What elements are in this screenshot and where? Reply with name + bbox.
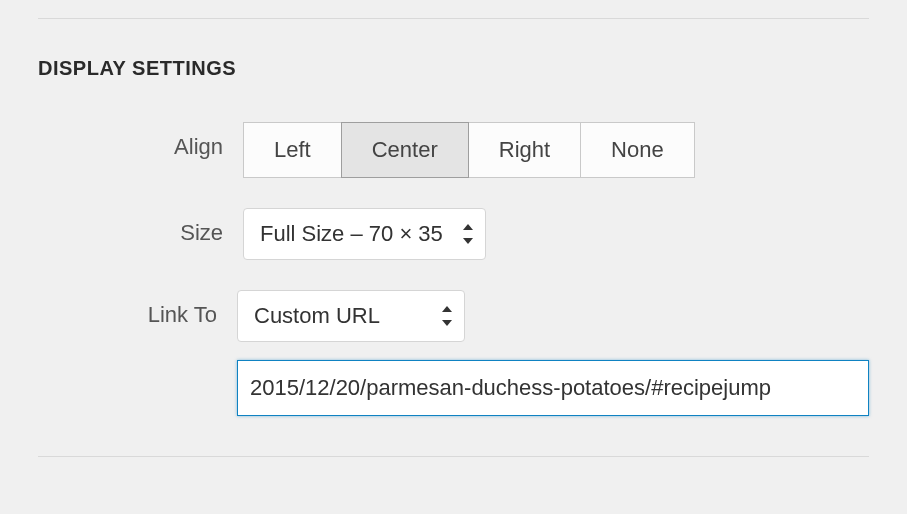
align-right-button[interactable]: Right: [468, 122, 581, 178]
linkto-url-input[interactable]: [237, 360, 869, 416]
updown-icon: [440, 306, 454, 326]
updown-icon: [461, 224, 475, 244]
align-button-group: Left Center Right None: [243, 122, 869, 178]
linkto-row: Link To Custom URL: [38, 290, 869, 416]
align-none-button[interactable]: None: [580, 122, 695, 178]
size-select-value: Full Size – 70 × 35: [244, 209, 451, 259]
linkto-label: Link To: [38, 290, 237, 328]
align-row: Align Left Center Right None: [38, 122, 869, 178]
size-label: Size: [38, 208, 243, 246]
align-center-button[interactable]: Center: [341, 122, 469, 178]
size-row: Size Full Size – 70 × 35: [38, 208, 869, 260]
linkto-select-value: Custom URL: [238, 291, 388, 341]
section-title: DISPLAY SETTINGS: [38, 57, 869, 80]
size-select[interactable]: Full Size – 70 × 35: [243, 208, 486, 260]
align-label: Align: [38, 122, 243, 160]
linkto-select[interactable]: Custom URL: [237, 290, 465, 342]
bottom-divider: [38, 456, 869, 457]
top-divider: [38, 18, 869, 19]
align-left-button[interactable]: Left: [243, 122, 342, 178]
